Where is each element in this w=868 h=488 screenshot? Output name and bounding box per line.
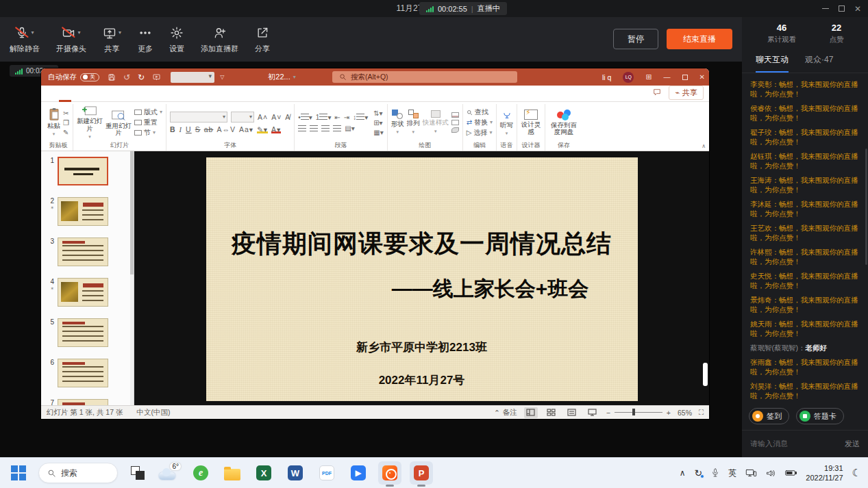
chat-input[interactable]: 请输入消息 — [750, 439, 788, 449]
start-button[interactable] — [7, 461, 30, 485]
answer-card-button[interactable]: 答题卡 — [796, 408, 844, 424]
battery-icon[interactable] — [785, 470, 797, 476]
ppt-ribbon-tab[interactable] — [84, 94, 96, 102]
layout-button[interactable]: 版式▾ — [134, 108, 162, 116]
font-color-icon[interactable]: A▾ — [271, 125, 281, 133]
slide-thumbnail[interactable]: 2 ✶ — [41, 197, 134, 226]
more-button[interactable]: 更多 — [138, 25, 153, 54]
avatar[interactable]: LQ — [623, 72, 634, 83]
chevron-down-icon[interactable]: ▾ — [119, 29, 121, 36]
numbered-list-icon[interactable]: 1▾ — [316, 114, 332, 121]
autosave-toggle[interactable]: 关 — [80, 73, 99, 81]
quick-access-dropdown[interactable] — [171, 72, 214, 83]
fit-slide-icon[interactable]: ⛶ — [699, 409, 704, 417]
strikethrough-icon[interactable]: S — [195, 125, 201, 133]
slide-thumbnail[interactable]: 6 ✶ — [41, 359, 134, 387]
highlight-color-icon[interactable]: ✎▾ — [257, 125, 268, 133]
text-direction-icon[interactable]: ⇅▾ — [373, 110, 383, 117]
columns-icon[interactable]: ▤▾ — [345, 125, 354, 132]
bullet-list-icon[interactable]: •▾ — [298, 114, 312, 121]
word-button[interactable]: W — [284, 461, 307, 485]
file-explorer-button[interactable] — [221, 461, 244, 485]
zoom-in-icon[interactable]: + — [667, 409, 671, 417]
decrease-indent-icon[interactable]: ⇤ — [334, 114, 340, 121]
chat-scrollbar[interactable] — [865, 149, 867, 265]
close-icon[interactable]: ✕ — [854, 5, 861, 13]
undo-icon[interactable]: ↺ — [123, 73, 130, 82]
ppt-ribbon-tab[interactable] — [96, 94, 108, 102]
reuse-slides-button[interactable]: 重用幻灯片 — [106, 109, 132, 137]
zoom-out-icon[interactable]: − — [606, 409, 610, 417]
night-mode-icon[interactable]: ☾ — [852, 467, 861, 479]
ppt-ribbon-tab[interactable] — [121, 94, 133, 102]
slide-thumbnail-image[interactable] — [58, 399, 108, 405]
language-indicator[interactable]: 中文(中国) — [136, 408, 170, 418]
tab-chat[interactable]: 聊天互动 — [756, 54, 789, 73]
double-strike-icon[interactable]: ab — [204, 125, 214, 133]
camera-on-button[interactable]: ▾ 开摄像头 — [56, 25, 86, 54]
ppt-ribbon-tab[interactable] — [145, 94, 158, 102]
copy-icon[interactable]: ❐ — [63, 119, 69, 127]
ppt-ribbon-tab[interactable] — [59, 94, 71, 102]
search-box[interactable]: 搜索(Alt+Q) — [332, 71, 517, 83]
slide-thumbnail-image[interactable] — [58, 157, 108, 185]
slide-canvas[interactable]: 疫情期间网课要求及一周情况总结 ——线上家长会+班会 新乡市平原中学初2213班… — [134, 151, 709, 405]
line-spacing-icon[interactable]: ↕▾ — [353, 114, 368, 121]
start-slideshow-icon[interactable] — [152, 73, 161, 81]
bold-icon[interactable]: B — [170, 125, 176, 133]
share-link-button[interactable]: 分享 — [255, 25, 270, 54]
new-slide-button[interactable]: 新建幻灯片 ▾ — [77, 104, 103, 141]
ppt-share-button[interactable]: ⌁共享 — [669, 86, 704, 100]
chevron-down-icon[interactable]: ▾ — [77, 29, 80, 36]
shrink-font-icon[interactable]: A˅ — [271, 113, 282, 121]
collapse-ribbon-icon[interactable]: ∧ — [702, 143, 706, 149]
toolbar-options-chevron-icon[interactable]: ▽ — [220, 74, 224, 80]
slideshow-view-icon[interactable] — [586, 407, 599, 418]
maximize-icon[interactable] — [839, 5, 845, 12]
speaker-icon[interactable] — [766, 469, 776, 478]
ppt-ribbon-tab[interactable] — [182, 94, 195, 102]
reading-view-icon[interactable] — [565, 407, 579, 418]
media-player-button[interactable]: ▶ — [347, 461, 370, 485]
align-text-icon[interactable]: ⊞▾ — [373, 119, 383, 127]
task-view-button[interactable] — [126, 461, 149, 485]
redo-icon[interactable]: ↻ — [138, 73, 145, 82]
slide-thumbnail[interactable]: 3 ✶ — [41, 237, 134, 266]
slide-thumbnail-image[interactable] — [58, 197, 108, 226]
section-button[interactable]: 节▾ — [134, 129, 162, 137]
unmute-button[interactable]: ▾ 解除静音 — [10, 25, 40, 54]
justify-icon[interactable] — [333, 125, 341, 131]
clock[interactable]: 19:31 2022/11/27 — [806, 463, 843, 483]
clear-formatting-icon[interactable]: A̸ — [285, 113, 290, 121]
slide-thumbnail[interactable]: 1 ✶ — [41, 157, 134, 185]
align-center-icon[interactable] — [310, 125, 318, 131]
shape-fill-icon[interactable] — [451, 112, 459, 118]
ribbon-display-options-icon[interactable]: ⊞ — [645, 73, 652, 81]
pdf-reader-button[interactable]: PDF — [315, 461, 338, 485]
grow-font-icon[interactable]: A˄ — [258, 113, 268, 121]
underline-icon[interactable]: U — [186, 125, 192, 133]
slide-thumbnail-image[interactable] — [58, 359, 108, 387]
pause-button[interactable]: 暂停 — [613, 29, 658, 49]
minimize-icon[interactable] — [822, 8, 829, 9]
ppt-ribbon-tab[interactable] — [170, 94, 182, 102]
shapes-button[interactable]: 形状 ▾ — [391, 110, 404, 136]
slide-sorter-view-icon[interactable] — [545, 407, 558, 418]
smartart-convert-icon[interactable]: ▦▾ — [373, 129, 383, 136]
character-spacing-icon[interactable]: A⇔V — [216, 125, 236, 133]
sign-in-button[interactable]: 签到 — [749, 408, 789, 424]
ppt-close-icon[interactable]: ✕ — [699, 73, 705, 81]
end-live-button[interactable]: 结束直播 — [667, 29, 732, 49]
microphone-tray-icon[interactable] — [711, 468, 719, 478]
live-stream-app-button[interactable] — [378, 461, 401, 485]
align-left-icon[interactable] — [298, 125, 306, 131]
arrange-button[interactable]: 排列 ▾ — [407, 110, 420, 136]
add-live-group-button[interactable]: 添加直播群 — [201, 25, 238, 54]
slide-thumbnail-image[interactable] — [58, 237, 108, 266]
thumbnail-scrollbar[interactable] — [130, 151, 134, 405]
account-name[interactable]: li q — [602, 73, 611, 81]
cut-icon[interactable]: ✂ — [63, 110, 69, 117]
current-slide[interactable]: 疫情期间网课要求及一周情况总结 ——线上家长会+班会 新乡市平原中学初2213班… — [206, 157, 638, 401]
quick-styles-button[interactable]: 快速样式 ▾ — [423, 110, 449, 135]
share-screen-button[interactable]: ▾ 共享 — [103, 25, 121, 54]
